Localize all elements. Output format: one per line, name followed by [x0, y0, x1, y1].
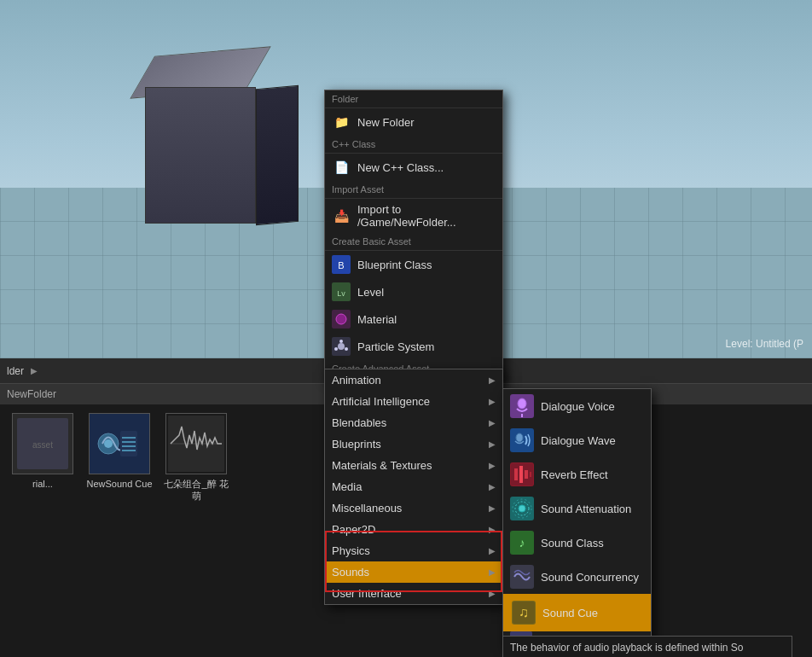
menu-item-physics[interactable]: Physics ▶ — [325, 540, 502, 561]
menu-item-media[interactable]: Media ▶ — [325, 476, 502, 497]
menu-item-blendables[interactable]: Blendables ▶ — [325, 412, 502, 433]
svg-point-26 — [518, 398, 526, 409]
menu-item-materials[interactable]: Materials & Textures ▶ — [325, 455, 502, 476]
submenu-arrow: ▶ — [489, 397, 496, 406]
svg-rect-32 — [519, 466, 523, 483]
menu-item-label: Sounds — [332, 566, 369, 579]
svg-point-22 — [339, 340, 343, 343]
attenuation-icon — [510, 497, 534, 520]
menu-item-animation[interactable]: Animation ▶ — [325, 369, 502, 391]
menu-item-label: Particle System — [357, 340, 434, 353]
menu-item-import[interactable]: 📥 Import to /Game/NewFolder... — [325, 199, 502, 233]
svg-text:Lv: Lv — [337, 289, 345, 298]
menu-item-label: Import to /Game/NewFolder... — [357, 203, 496, 229]
menu-item-label: Sound Class — [541, 537, 604, 549]
cube-side-face — [256, 85, 299, 225]
menu-item-sound-class[interactable]: ♪ Sound Class — [503, 526, 651, 560]
breadcrumb-arrow: ▶ — [31, 366, 38, 375]
submenu-arrow: ▶ — [489, 375, 496, 385]
svg-point-24 — [334, 347, 338, 351]
asset-name: NewSound Cue — [86, 478, 152, 490]
menu-item-blueprints[interactable]: Blueprints ▶ — [325, 433, 502, 455]
list-item[interactable]: NewSound Cue — [85, 413, 154, 503]
context-menu: Folder 📁 New Folder C++ Class 📄 New C++ … — [324, 90, 503, 379]
menu-item-reverb[interactable]: Reverb Effect — [503, 457, 651, 491]
svg-point-21 — [338, 343, 345, 350]
menu-item-new-cpp[interactable]: 📄 New C++ Class... — [325, 154, 502, 181]
menu-item-label: Blueprint Class — [357, 259, 432, 271]
svg-rect-31 — [514, 468, 518, 480]
svg-text:B: B — [338, 260, 344, 270]
svg-point-23 — [345, 347, 348, 351]
submenu-arrow: ▶ — [489, 589, 496, 598]
menu-section-basic: Create Basic Asset — [325, 233, 502, 251]
svg-text:♫: ♫ — [519, 605, 529, 619]
menu-item-label: Materials & Textures — [332, 459, 432, 472]
menu-item-paper2d[interactable]: Paper2D ▶ — [325, 519, 502, 540]
advanced-submenu: Animation ▶ Artificial Intelligence ▶ Bl… — [324, 369, 503, 605]
menu-item-label: User Interface — [332, 587, 402, 600]
asset-thumbnail: asset — [12, 413, 73, 474]
tooltip-text: The behavior of audio playback is define… — [510, 642, 744, 654]
menu-item-label: New C++ Class... — [357, 161, 444, 174]
svg-rect-6 — [120, 431, 137, 456]
menu-item-dialogue-voice[interactable]: Dialogue Voice — [503, 389, 651, 423]
menu-item-ai[interactable]: Artificial Intelligence ▶ — [325, 391, 502, 412]
material-icon — [332, 310, 351, 328]
svg-point-36 — [519, 505, 525, 512]
menu-item-label: Sound Cue — [542, 607, 598, 619]
submenu-arrow: ▶ — [489, 461, 496, 470]
menu-item-new-folder[interactable]: 📁 New Folder — [325, 108, 502, 136]
dialogue-voice-icon — [510, 394, 534, 418]
list-item[interactable]: asset rial... — [9, 413, 77, 503]
menu-item-label: Level — [357, 286, 384, 299]
menu-item-label: Sound Attenuation — [541, 503, 631, 515]
submenu-arrow: ▶ — [489, 439, 496, 449]
menu-item-sound-cue[interactable]: ♫ Sound Cue — [503, 594, 651, 631]
tooltip: The behavior of audio playback is define… — [502, 636, 792, 657]
menu-item-attenuation[interactable]: Sound Attenuation — [503, 491, 651, 526]
particle-icon — [332, 337, 351, 356]
menu-item-blueprint[interactable]: B Blueprint Class — [325, 251, 502, 278]
blueprint-icon: B — [332, 255, 351, 274]
menu-item-label: Dialogue Wave — [541, 434, 616, 447]
menu-item-label: Paper2D — [332, 523, 375, 536]
folder-icon: 📁 — [332, 113, 351, 131]
menu-item-particle[interactable]: Particle System — [325, 333, 502, 360]
menu-section-folder: Folder — [325, 90, 502, 108]
menu-item-misc[interactable]: Miscellaneous ▶ — [325, 497, 502, 519]
dialogue-wave-icon — [510, 428, 534, 452]
svg-point-29 — [516, 433, 523, 442]
menu-item-level[interactable]: Lv Level — [325, 278, 502, 305]
menu-item-label: Animation — [332, 374, 381, 387]
asset-name: rial... — [32, 478, 53, 490]
menu-item-label: Physics — [332, 544, 370, 557]
submenu-arrow: ▶ — [489, 482, 496, 491]
svg-rect-33 — [525, 470, 528, 479]
svg-rect-34 — [530, 472, 531, 477]
sound-cue-icon: ♫ — [512, 601, 536, 625]
submenu-arrow: ▶ — [489, 418, 496, 427]
breadcrumb-root[interactable]: lder — [7, 365, 24, 377]
menu-item-sounds[interactable]: Sounds ▶ — [325, 561, 502, 583]
level-icon: Lv — [332, 282, 351, 301]
menu-item-label: Blueprints — [332, 438, 381, 451]
cube-front-face — [145, 87, 256, 224]
asset-name: 七朵组合_醉 花萌 — [162, 478, 230, 503]
menu-item-dialogue-wave[interactable]: Dialogue Wave — [503, 423, 651, 457]
menu-item-sound-concurrency[interactable]: Sound Concurrency — [503, 560, 651, 594]
svg-point-5 — [104, 439, 113, 448]
import-icon: 📥 — [332, 206, 351, 225]
menu-item-material[interactable]: Material — [325, 305, 502, 333]
menu-item-label: Material — [357, 313, 397, 326]
list-item[interactable]: 七朵组合_醉 花萌 — [162, 413, 230, 503]
submenu-arrow: ▶ — [489, 503, 496, 513]
menu-item-label: Reverb Effect — [541, 468, 608, 481]
sounds-submenu: Dialogue Voice Dialogue Wave Reverb Effe… — [502, 388, 652, 649]
menu-item-userinterface[interactable]: User Interface ▶ — [325, 583, 502, 604]
menu-section-cpp: C++ Class — [325, 136, 502, 154]
menu-section-import: Import Asset — [325, 181, 502, 199]
sound-concurrency-icon — [510, 565, 534, 589]
menu-item-label: Blendables — [332, 416, 386, 429]
submenu-arrow: ▶ — [489, 546, 496, 555]
